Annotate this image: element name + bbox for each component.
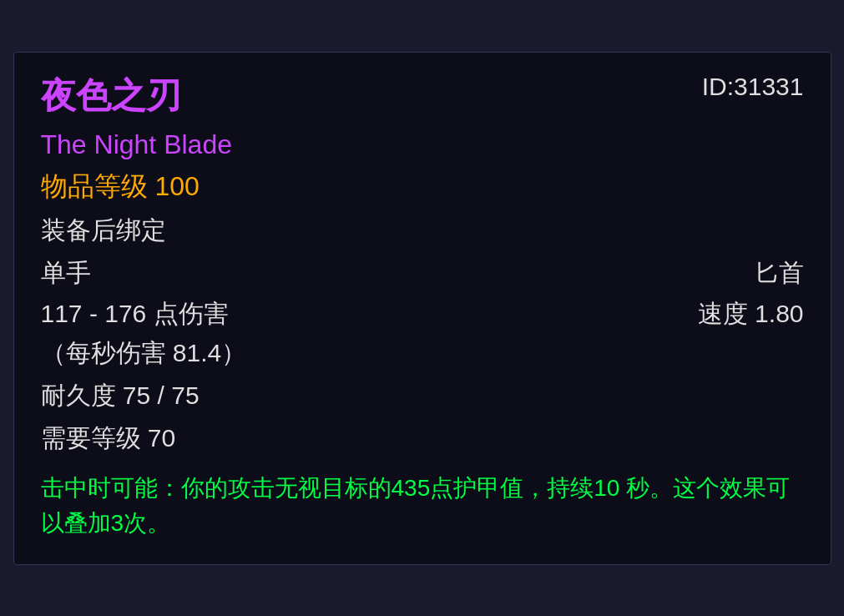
- durability-text: 耐久度 75 / 75: [41, 379, 804, 413]
- item-tooltip: 夜色之刃 ID:31331 The Night Blade 物品等级 100 装…: [13, 52, 831, 565]
- damage-speed-row: 117 - 176 点伤害 速度 1.80: [41, 297, 804, 331]
- item-effect: 击中时可能：你的攻击无视目标的435点护甲值，持续10 秒。这个效果可以叠加3次…: [41, 471, 804, 541]
- item-level-label: 物品等级: [41, 171, 155, 201]
- dps-text: （每秒伤害 81.4）: [41, 336, 804, 371]
- weapon-type: 匕首: [754, 256, 804, 290]
- required-level-label: 需要等级: [41, 424, 148, 452]
- durability-value: 75 / 75: [123, 381, 200, 409]
- durability-label: 耐久度: [41, 381, 123, 409]
- weapon-hand: 单手: [41, 256, 91, 290]
- item-level-value: 100: [154, 171, 199, 201]
- damage-text: 117 - 176 点伤害: [41, 297, 229, 331]
- speed-text: 速度 1.80: [698, 297, 804, 331]
- item-id: ID:31331: [702, 73, 804, 101]
- header-row: 夜色之刃 ID:31331: [41, 73, 804, 124]
- required-level-value: 70: [148, 424, 175, 452]
- speed-label: 速度: [698, 300, 755, 327]
- item-name-chinese: 夜色之刃: [41, 73, 181, 119]
- speed-value: 1.80: [755, 300, 803, 327]
- bind-text: 装备后绑定: [41, 214, 804, 248]
- required-level: 需要等级 70: [41, 422, 804, 456]
- item-level: 物品等级 100: [41, 169, 804, 205]
- item-name-english: The Night Blade: [41, 129, 804, 160]
- weapon-type-row: 单手 匕首: [41, 256, 804, 290]
